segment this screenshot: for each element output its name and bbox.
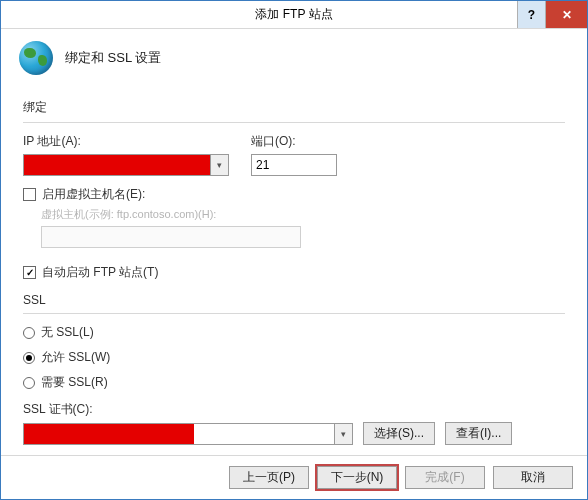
virtual-host-checkbox-label: 启用虚拟主机名(E): [42, 186, 145, 203]
window-title: 添加 FTP 站点 [255, 6, 332, 23]
ssl-cert-value-redacted [24, 424, 194, 444]
require-ssl-row: 需要 SSL(R) [23, 374, 565, 391]
globe-icon [19, 41, 53, 75]
no-ssl-label: 无 SSL(L) [41, 324, 94, 341]
ssl-cert-row: ▾ 选择(S)... 查看(I)... [23, 422, 565, 445]
virtual-host-checkbox-row: 启用虚拟主机名(E): [23, 186, 565, 203]
ssl-group-label: SSL [23, 293, 565, 307]
allow-ssl-label: 允许 SSL(W) [41, 349, 110, 366]
allow-ssl-radio[interactable] [23, 352, 35, 364]
previous-button[interactable]: 上一页(P) [229, 466, 309, 489]
dialog-window: 添加 FTP 站点 ? ✕ 绑定和 SSL 设置 绑定 IP 地址(A): ▾ … [0, 0, 588, 500]
virtual-host-input [41, 226, 301, 248]
virtual-host-checkbox[interactable] [23, 188, 36, 201]
ssl-cert-select[interactable]: ▾ [23, 423, 353, 445]
ip-address-value-redacted [24, 155, 210, 175]
close-button[interactable]: ✕ [545, 1, 587, 28]
virtual-host-subsection: 虚拟主机(示例: ftp.contoso.com)(H): [41, 207, 565, 248]
titlebar-buttons: ? ✕ [517, 1, 587, 28]
chevron-down-icon: ▾ [334, 424, 352, 444]
require-ssl-radio[interactable] [23, 377, 35, 389]
view-cert-button[interactable]: 查看(I)... [445, 422, 512, 445]
chevron-down-icon: ▾ [210, 155, 228, 175]
no-ssl-radio[interactable] [23, 327, 35, 339]
port-input[interactable] [251, 154, 337, 176]
page-header: 绑定和 SSL 设置 [1, 29, 587, 81]
autostart-checkbox[interactable] [23, 266, 36, 279]
virtual-host-hint: 虚拟主机(示例: ftp.contoso.com)(H): [41, 207, 565, 222]
cancel-button[interactable]: 取消 [493, 466, 573, 489]
no-ssl-row: 无 SSL(L) [23, 324, 565, 341]
ssl-cert-label: SSL 证书(C): [23, 401, 565, 418]
ssl-divider [23, 313, 565, 314]
autostart-row: 自动启动 FTP 站点(T) [23, 264, 565, 281]
binding-group-label: 绑定 [23, 99, 565, 116]
port-label: 端口(O): [251, 133, 337, 150]
require-ssl-label: 需要 SSL(R) [41, 374, 108, 391]
select-cert-button[interactable]: 选择(S)... [363, 422, 435, 445]
help-button[interactable]: ? [517, 1, 545, 28]
ip-column: IP 地址(A): ▾ [23, 133, 229, 176]
content-area: 绑定 IP 地址(A): ▾ 端口(O): 启用虚拟主机名(E): 虚拟主机(示… [1, 81, 587, 455]
port-column: 端口(O): [251, 133, 337, 176]
titlebar: 添加 FTP 站点 ? ✕ [1, 1, 587, 29]
binding-divider [23, 122, 565, 123]
page-title: 绑定和 SSL 设置 [65, 49, 161, 67]
autostart-label: 自动启动 FTP 站点(T) [42, 264, 158, 281]
finish-button: 完成(F) [405, 466, 485, 489]
footer-buttons: 上一页(P) 下一步(N) 完成(F) 取消 [1, 455, 587, 499]
binding-row: IP 地址(A): ▾ 端口(O): [23, 133, 565, 176]
ip-address-select[interactable]: ▾ [23, 154, 229, 176]
allow-ssl-row: 允许 SSL(W) [23, 349, 565, 366]
next-button[interactable]: 下一步(N) [317, 466, 397, 489]
ip-address-label: IP 地址(A): [23, 133, 229, 150]
